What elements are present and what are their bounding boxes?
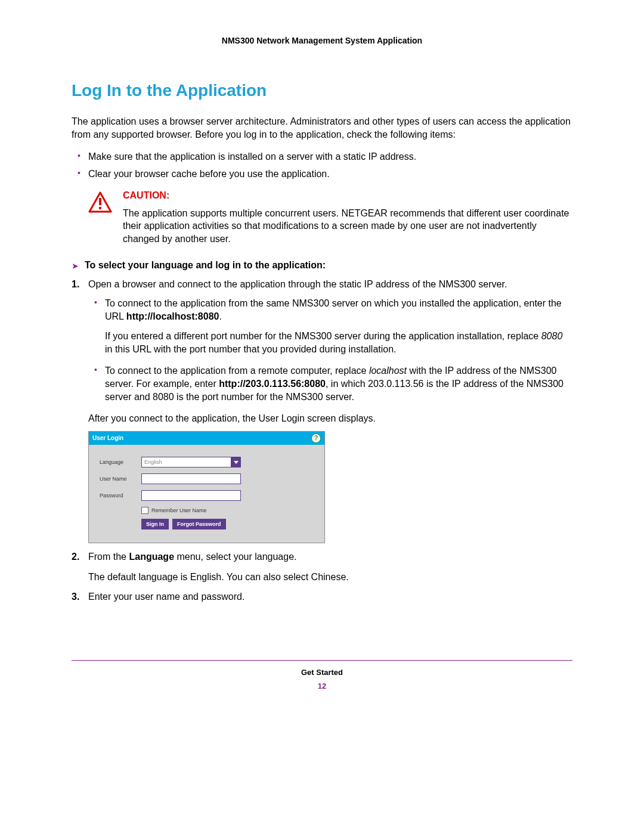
language-label: Language xyxy=(100,459,141,466)
sb1-p2-italic: 8080 xyxy=(541,331,563,341)
username-input[interactable] xyxy=(141,473,241,484)
sb1-p2-b: in this URL with the port number that yo… xyxy=(105,344,397,354)
svg-rect-2 xyxy=(99,207,101,209)
step-1-after-text: After you connect to the application, th… xyxy=(88,412,572,425)
page-footer: Get Started 12 xyxy=(72,660,572,690)
step-2-note: The default language is English. You can… xyxy=(88,571,572,584)
sb2-italic: localhost xyxy=(369,366,407,376)
login-title-label: User Login xyxy=(92,434,123,442)
procedure-arrow-icon: ➤ xyxy=(72,261,79,271)
step-3-number: 3. xyxy=(72,590,79,603)
signin-button[interactable]: Sign In xyxy=(141,519,169,529)
caution-label: CAUTION: xyxy=(123,190,572,201)
sb2-text-a: To connect to the application from a rem… xyxy=(105,366,369,376)
step-2-text-a: From the xyxy=(88,552,129,562)
step-3: 3. Enter your user name and password. xyxy=(88,590,572,603)
step-1-text: Open a browser and connect to the applic… xyxy=(88,279,507,289)
procedure-heading: ➤ To select your language and log in to … xyxy=(72,260,572,271)
svg-marker-3 xyxy=(234,461,239,464)
intro-bullet-1: Make sure that the application is instal… xyxy=(88,150,572,163)
login-titlebar: User Login ? xyxy=(89,432,324,445)
caution-icon xyxy=(88,191,112,215)
footer-page-number: 12 xyxy=(72,682,572,690)
step-1: 1. Open a browser and connect to the app… xyxy=(88,278,572,543)
caution-text: The application supports multiple concur… xyxy=(123,207,572,246)
language-field-value: English xyxy=(141,457,231,467)
section-title: Log In to the Application xyxy=(72,81,572,100)
password-input[interactable] xyxy=(141,490,241,501)
step-2-bold: Language xyxy=(129,552,174,562)
footer-chapter-title: Get Started xyxy=(72,668,572,677)
intro-bullet-2: Clear your browser cache before you use … xyxy=(88,167,572,181)
user-login-dialog: User Login ? Language English xyxy=(88,431,325,543)
sb1-para2: If you entered a different port number f… xyxy=(105,330,572,355)
step-2-text-b: menu, select your language. xyxy=(174,552,296,562)
help-icon[interactable]: ? xyxy=(311,433,321,443)
intro-bullet-list: Make sure that the application is instal… xyxy=(72,150,572,181)
sb1-url-bold: http://localhost:8080 xyxy=(126,311,219,321)
dropdown-arrow-icon[interactable] xyxy=(231,457,241,467)
step-2-number: 2. xyxy=(72,550,79,563)
remember-label: Remember User Name xyxy=(151,507,207,514)
sb1-text-b: . xyxy=(219,311,221,321)
intro-paragraph: The application uses a browser server ar… xyxy=(72,115,572,141)
remember-checkbox[interactable] xyxy=(141,507,148,514)
sb1-p2-a: If you entered a different port number f… xyxy=(105,331,541,341)
step-3-text: Enter your user name and password. xyxy=(88,592,244,602)
step-1-subbullet-1: To connect to the application from the s… xyxy=(105,297,572,355)
step-1-subbullet-2: To connect to the application from a rem… xyxy=(105,364,572,403)
forgot-password-button[interactable]: Forgot Password xyxy=(172,519,226,529)
username-label: User Name xyxy=(100,475,141,482)
sb2-url-bold: http://203.0.113.56:8080 xyxy=(219,379,326,389)
footer-separator xyxy=(72,660,572,661)
step-1-number: 1. xyxy=(72,278,79,291)
procedure-title: To select your language and log in to th… xyxy=(85,260,326,271)
caution-block: CAUTION: The application supports multip… xyxy=(88,190,572,246)
step-2: 2. From the Language menu, select your l… xyxy=(88,550,572,583)
svg-rect-1 xyxy=(99,198,101,205)
doc-header: NMS300 Network Management System Applica… xyxy=(72,36,572,45)
language-dropdown[interactable]: English xyxy=(141,457,241,467)
password-label: Password xyxy=(100,492,141,499)
